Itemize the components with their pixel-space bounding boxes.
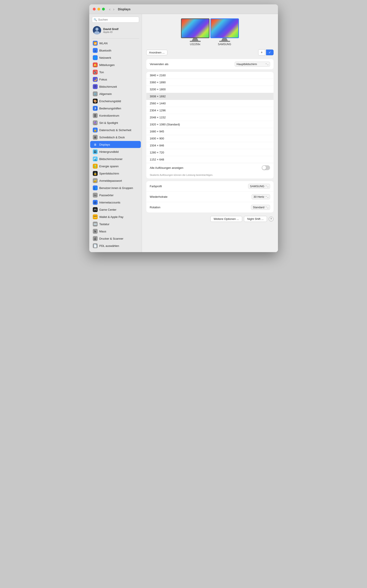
arrange-button[interactable]: Anordnen ... bbox=[146, 50, 167, 55]
farbprofil-select[interactable]: SAMSUNG sRGB bbox=[248, 184, 270, 189]
content-area: 🔍 David Greif Apple-ID bbox=[89, 14, 278, 252]
monitor-base-samsung bbox=[219, 41, 230, 42]
svg-point-1 bbox=[95, 28, 99, 31]
sidebar-item-netzwerk[interactable]: 🌐Netzwerk bbox=[90, 54, 141, 61]
keyboard-icon: ⌨️ bbox=[93, 222, 98, 227]
sidebar-item-bildschirmschoner[interactable]: 🌊Bildschirmschoner bbox=[90, 155, 141, 163]
sidebar-item-mitteilungen[interactable]: 🔔Mitteilungen bbox=[90, 61, 141, 68]
sidebar-item-label-benutzer: Benutzer:innen & Gruppen bbox=[99, 186, 133, 190]
sidebar-item-label-bildschirmschoner: Bildschirmschoner bbox=[99, 157, 123, 161]
sidebar-item-benutzer[interactable]: 👥Benutzer:innen & Gruppen bbox=[90, 184, 141, 191]
sidebar-item-energie[interactable]: 🔋Energie sparen bbox=[90, 163, 141, 170]
pdl-icon: 📄 bbox=[93, 243, 98, 248]
resolution-item[interactable]: 1920 × 1080 (Standard) bbox=[146, 121, 274, 128]
resolution-item[interactable]: 1152 × 648 bbox=[146, 156, 274, 163]
lock-icon: 🔒 bbox=[93, 128, 98, 132]
alle-aufloesungen-toggle[interactable] bbox=[262, 165, 270, 170]
sidebar-item-label-datenschutz: Datenschutz & Sicherheit bbox=[99, 129, 131, 132]
display-preview-u32j59x[interactable]: U32J59x bbox=[181, 18, 209, 46]
help-button[interactable]: ? bbox=[269, 217, 274, 221]
sidebar-item-hintergrundbild[interactable]: 🖼Hintergrundbild bbox=[90, 148, 141, 155]
sidebar-item-bedienungshilfen[interactable]: ♿Bedienungshilfen bbox=[90, 105, 141, 112]
sidebar-item-bildschirmzeit[interactable]: ⏱Bildschirmzeit bbox=[90, 83, 141, 90]
sidebar-item-ton[interactable]: 🔊Ton bbox=[90, 69, 141, 76]
verwenden-als-select[interactable]: Hauptbildschirm Erweiterter Bildschirm B… bbox=[235, 62, 270, 67]
resolution-item[interactable]: 2304 × 1296 bbox=[146, 107, 274, 114]
display-previews: U32J59x SAMSUNG bbox=[146, 18, 274, 46]
plus-check-group: + ✓ bbox=[258, 49, 273, 56]
weitere-optionen-button[interactable]: Weitere Optionen ... bbox=[210, 216, 242, 222]
display-settings-card: Farbprofil SAMSUNG sRGB Wiederholrate 30… bbox=[146, 181, 274, 212]
sidebar-item-label-allgemein: Allgemein bbox=[99, 92, 112, 96]
main-panel: U32J59x SAMSUNG Anordnen ... + ✓ bbox=[142, 14, 278, 252]
sidebar-item-siri[interactable]: 🔮Siri & Spotlight bbox=[90, 119, 141, 126]
user-profile[interactable]: David Greif Apple-ID bbox=[90, 25, 141, 36]
resolution-item[interactable]: 3008 × 1692 bbox=[146, 93, 274, 100]
sidebar-item-allgemein[interactable]: ⚙️Allgemein bbox=[90, 90, 141, 97]
sidebar-item-pdl[interactable]: 📄PDL auswählen bbox=[90, 242, 141, 249]
sidebar-item-label-tastatur: Tastatur bbox=[99, 222, 109, 226]
sidebar-item-wallet[interactable]: 💳Wallet & Apple Pay bbox=[90, 213, 141, 220]
confirm-button[interactable]: ✓ bbox=[266, 49, 274, 55]
minimize-button[interactable] bbox=[97, 8, 100, 10]
resolution-item[interactable]: 3360 × 1890 bbox=[146, 79, 274, 86]
rotation-label: Rotation bbox=[150, 206, 160, 209]
back-button[interactable]: ‹ bbox=[108, 7, 111, 11]
sidebar-item-passwoerter[interactable]: 🗝Passwörter bbox=[90, 192, 141, 199]
fullscreen-button[interactable] bbox=[102, 8, 105, 10]
search-container: 🔍 bbox=[89, 17, 142, 25]
sidebar-item-drucker[interactable]: 🖨Drucker & Scanner bbox=[90, 235, 141, 242]
monitor-label-u32j59x: U32J59x bbox=[190, 43, 200, 46]
dock-icon: 🖥 bbox=[93, 135, 98, 140]
sidebar-item-maus[interactable]: 🖱Maus bbox=[90, 228, 141, 235]
titlebar: ‹ › Displays bbox=[89, 4, 278, 14]
resolution-item[interactable]: 2048 × 1152 bbox=[146, 114, 274, 121]
resolution-item[interactable]: 1600 × 900 bbox=[146, 135, 274, 142]
resolution-item[interactable]: 1504 × 846 bbox=[146, 142, 274, 149]
resolution-item[interactable]: 1680 × 945 bbox=[146, 128, 274, 135]
wallpaper-icon: 🖼 bbox=[93, 149, 98, 154]
add-display-button[interactable]: + bbox=[258, 49, 265, 56]
sidebar-item-tastatur[interactable]: ⌨️Tastatur bbox=[90, 220, 141, 228]
sidebar-item-datenschutz[interactable]: 🔒Datenschutz & Sicherheit bbox=[90, 126, 141, 133]
wiederholrate-select[interactable]: 30 Hertz 60 Hertz bbox=[252, 194, 270, 199]
close-button[interactable] bbox=[93, 8, 96, 10]
farbprofil-select-wrapper: SAMSUNG sRGB bbox=[248, 184, 270, 189]
resolution-item[interactable]: 1280 × 720 bbox=[146, 149, 274, 156]
forward-button[interactable]: › bbox=[112, 7, 115, 11]
verwenden-als-row: Verwenden als Hauptbildschirm Erweiterte… bbox=[146, 59, 274, 69]
sidebar-item-kontrollzentrum[interactable]: 🎛Kontrollzentrum bbox=[90, 112, 141, 119]
sidebar-item-displays[interactable]: 🖥Displays bbox=[90, 141, 141, 148]
sidebar-item-sperrbildschirm[interactable]: 🔒Sperrbildschirm bbox=[90, 170, 141, 177]
sidebar-item-bluetooth[interactable]: ⟁Bluetooth bbox=[90, 47, 141, 54]
resolution-item[interactable]: 3200 × 1800 bbox=[146, 86, 274, 93]
sidebar-item-label-displays: Displays bbox=[99, 143, 110, 146]
game-icon: 🎮 bbox=[93, 207, 98, 212]
users-icon: 👥 bbox=[93, 186, 98, 190]
sidebar-item-gamecenter[interactable]: 🎮Game Center bbox=[90, 206, 141, 213]
sidebar-item-erscheinungsbild[interactable]: 🎨Erscheinungsbild bbox=[90, 98, 141, 105]
bluetooth-icon: ⟁ bbox=[93, 48, 98, 53]
alle-aufloesungen-row: Alle Auflösungen anzeigen bbox=[146, 163, 274, 172]
resolution-item[interactable]: 3840 × 2160 bbox=[146, 72, 274, 79]
night-shift-button[interactable]: Night Shift ... bbox=[244, 216, 267, 222]
verwenden-als-card: Verwenden als Hauptbildschirm Erweiterte… bbox=[146, 59, 274, 69]
wiederholrate-label: Wiederholrate bbox=[150, 195, 167, 198]
bottom-buttons: Weitere Optionen ... Night Shift ... ? bbox=[146, 216, 274, 222]
user-subtitle: Apple-ID bbox=[103, 31, 118, 33]
display-preview-samsung[interactable]: SAMSUNG bbox=[210, 18, 239, 46]
sidebar-item-wlan[interactable]: 📶WLAN bbox=[90, 40, 141, 47]
sidebar-item-anmeldepasswort[interactable]: 🔐Anmeldepasswort bbox=[90, 177, 141, 184]
sidebar-item-fokus[interactable]: 🌙Fokus bbox=[90, 76, 141, 83]
sidebar-item-label-hintergrundbild: Hintergrundbild bbox=[99, 150, 119, 154]
search-input[interactable] bbox=[92, 17, 139, 23]
network-icon: 🌐 bbox=[93, 55, 98, 60]
sidebar-item-internetaccounts[interactable]: @Internetaccounts bbox=[90, 199, 141, 206]
sidebar-item-label-kontrollzentrum: Kontrollzentrum bbox=[99, 114, 119, 117]
resolution-item[interactable]: 2560 × 1440 bbox=[146, 100, 274, 107]
rotation-select[interactable]: Standard 90° 180° 270° bbox=[251, 205, 270, 210]
sidebar-item-schreibtisch[interactable]: 🖥Schreibtisch & Dock bbox=[90, 134, 141, 141]
display-icon: 🖥 bbox=[93, 142, 98, 147]
sidebar-item-label-pdl: PDL auswählen bbox=[99, 244, 119, 247]
appearance-icon: 🎨 bbox=[93, 99, 98, 104]
